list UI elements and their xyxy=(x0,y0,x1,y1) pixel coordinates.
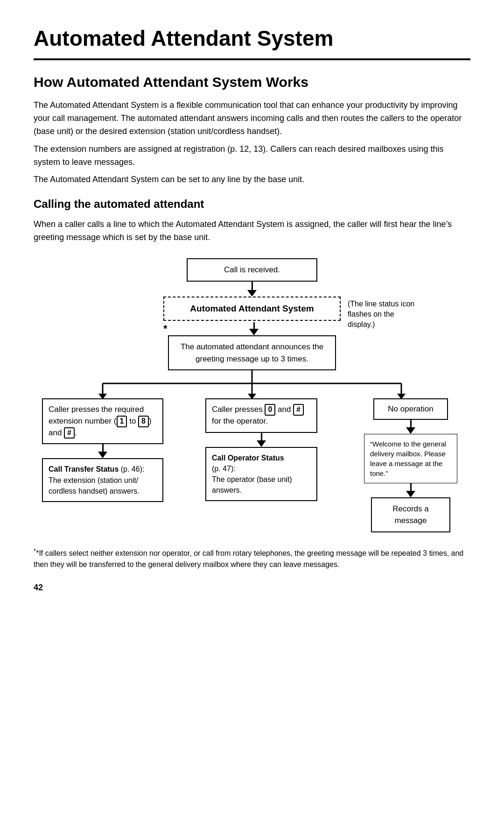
mid-result-title: Call Operator Status xyxy=(212,454,284,462)
three-column-section: Caller presses the required extension nu… xyxy=(42,398,462,532)
svg-marker-3 xyxy=(98,394,107,398)
svg-marker-7 xyxy=(397,394,406,398)
records-box: Records a message xyxy=(371,497,450,532)
greeting-box: The automated attendant announces the gr… xyxy=(168,335,336,370)
body-paragraph-2: The extension numbers are assigned at re… xyxy=(34,143,470,169)
svg-marker-5 xyxy=(248,394,256,398)
left-result-body: The extension (station unit/ cordless ha… xyxy=(49,476,140,495)
mid-result-body: The operator (base unit) answers. xyxy=(212,475,292,494)
col-mid: Caller presses 0 and # for the operator.… xyxy=(205,398,317,501)
side-note: (The line status icon flashes on the dis… xyxy=(348,299,420,330)
left-trigger-box: Caller presses the required extension nu… xyxy=(42,398,163,444)
left-result-title: Call Transfer Status xyxy=(49,465,119,473)
section-heading: How Automated Attendant System Works xyxy=(34,71,470,92)
page-number: 42 xyxy=(34,581,470,594)
key-0: 0 xyxy=(265,404,275,416)
branch-lines-svg xyxy=(42,370,462,398)
left-result-box: Call Transfer Status (p. 46): The extens… xyxy=(42,458,163,502)
welcome-box: “Welcome to the general delivery mailbox… xyxy=(364,434,457,483)
key-8: 8 xyxy=(138,416,149,427)
body-paragraph-4: When a caller calls a line to which the … xyxy=(34,218,470,244)
flowchart: Call is received. (The line status icon … xyxy=(42,258,462,532)
footnote: **If callers select neither extension no… xyxy=(34,546,470,570)
col-right: No operation “Welcome to the general del… xyxy=(359,398,462,532)
mid-trigger-box: Caller presses 0 and # for the operator. xyxy=(205,398,317,432)
sub-heading-calling: Calling the automated attendant xyxy=(34,196,470,212)
mid-result-ref: (p. 47): xyxy=(212,465,236,473)
no-op-box: No operation xyxy=(373,398,448,420)
key-1: 1 xyxy=(117,416,127,427)
aat-box: Automated Attendant System xyxy=(163,297,341,321)
page-title: Automated Attendant System xyxy=(34,22,470,60)
key-hash-mid: # xyxy=(293,404,304,416)
col-left: Caller presses the required extension nu… xyxy=(42,398,163,502)
mid-result-box: Call Operator Status (p. 47): The operat… xyxy=(205,447,317,502)
asterisk-marker: * xyxy=(163,321,168,336)
key-hash-left: # xyxy=(64,427,75,439)
flow-top: Call is received. (The line status icon … xyxy=(42,258,462,370)
call-received-box: Call is received. xyxy=(187,258,317,282)
body-paragraph-1: The Automated Attendant System is a flex… xyxy=(34,99,470,138)
left-result-ref: (p. 46): xyxy=(121,465,145,473)
body-paragraph-3: The Automated Attendant System can be se… xyxy=(34,173,470,186)
